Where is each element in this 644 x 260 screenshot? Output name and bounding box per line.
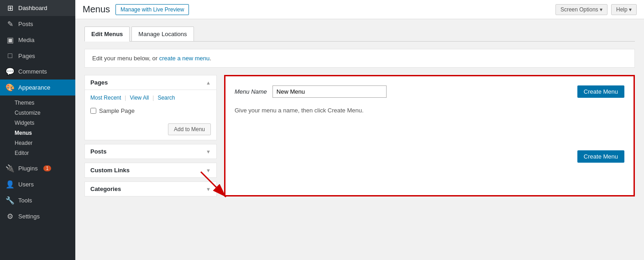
sidebar-item-label: Tools (18, 197, 32, 204)
sidebar: ⊞ Dashboard ✎ Posts ▣ Media □ Pages 💬 Co… (0, 0, 75, 260)
tools-icon: 🔧 (5, 196, 15, 205)
sidebar-item-label: Pages (18, 53, 35, 59)
page-label-sample: Sample Page (99, 107, 135, 114)
categories-title: Categories (90, 186, 121, 192)
menu-name-row: Menu Name Create Menu (235, 85, 624, 98)
sidebar-sub-customize[interactable]: Customize (15, 108, 75, 118)
sidebar-item-plugins[interactable]: 🔌 Plugins 1 (0, 160, 75, 176)
posts-accordion-header[interactable]: Posts ▼ (85, 144, 216, 159)
info-text-before: Edit your menu below, or (92, 55, 157, 62)
posts-accordion: Posts ▼ (84, 144, 217, 159)
add-to-menu-button[interactable]: Add to Menu (168, 123, 211, 135)
chevron-down-icon: ▼ (206, 168, 211, 173)
dashboard-icon: ⊞ (5, 4, 15, 12)
info-text-after: . (209, 55, 211, 62)
page-item-sample: Sample Page (90, 106, 211, 116)
tab-edit-menus[interactable]: Edit Menus (84, 27, 130, 42)
sidebar-item-label: Posts (18, 21, 33, 27)
pages-tab-view-all[interactable]: View All (130, 95, 149, 101)
categories-accordion-header[interactable]: Categories ▼ (85, 182, 216, 196)
media-icon: ▣ (5, 36, 15, 44)
custom-links-accordion: Custom Links ▼ (84, 163, 217, 178)
sidebar-item-users[interactable]: 👤 Users (0, 176, 75, 192)
topbar-right: Screen Options ▾ Help ▾ (555, 4, 637, 15)
pages-accordion: Pages ▲ Most Recent | View All | Search (84, 75, 217, 140)
custom-links-title: Custom Links (90, 167, 130, 174)
main-panel: Pages ▲ Most Recent | View All | Search (84, 75, 635, 196)
info-bar: Edit your menu below, or create a new me… (84, 49, 635, 68)
appearance-icon: 🎨 (5, 83, 15, 92)
comments-icon: 💬 (5, 67, 15, 76)
page-title: Menus (83, 4, 110, 15)
left-column: Pages ▲ Most Recent | View All | Search (84, 75, 217, 196)
topbar: Menus Manage with Live Preview Screen Op… (75, 0, 644, 19)
posts-accordion-title: Posts (90, 148, 106, 155)
posts-icon: ✎ (5, 20, 15, 28)
settings-icon: ⚙ (5, 212, 15, 221)
sidebar-item-label: Media (18, 37, 34, 43)
sidebar-sub-header[interactable]: Header (15, 138, 75, 148)
sidebar-item-label: Settings (18, 213, 40, 220)
sidebar-item-posts[interactable]: ✎ Posts (0, 16, 75, 32)
content-area: Edit Menus Manage Locations Edit your me… (75, 19, 644, 260)
chevron-down-icon: ▼ (206, 186, 211, 192)
page-checkbox-sample[interactable] (90, 108, 96, 114)
sidebar-sub-themes[interactable]: Themes (15, 98, 75, 108)
sidebar-item-tools[interactable]: 🔧 Tools (0, 192, 75, 208)
sidebar-sub-editor[interactable]: Editor (15, 148, 75, 158)
menu-name-label: Menu Name (235, 88, 267, 95)
sidebar-item-label: Dashboard (18, 5, 47, 11)
chevron-down-icon: ▼ (206, 149, 211, 154)
screen-options-button[interactable]: Screen Options ▾ (555, 4, 607, 15)
live-preview-button[interactable]: Manage with Live Preview (115, 4, 189, 15)
create-menu-button-top[interactable]: Create Menu (577, 85, 624, 98)
sidebar-item-label: Users (18, 181, 34, 188)
appearance-submenu: Themes Customize Widgets Menus Header Ed… (0, 96, 75, 160)
sidebar-item-label: Appearance (18, 84, 50, 91)
chevron-down-icon: ▾ (629, 6, 632, 13)
sidebar-item-appearance[interactable]: 🎨 Appearance (0, 80, 75, 96)
tab-bar: Edit Menus Manage Locations (84, 27, 635, 42)
pages-accordion-body: Most Recent | View All | Search Sample P… (85, 90, 216, 140)
pages-icon: □ (5, 52, 15, 60)
categories-accordion: Categories ▼ (84, 181, 217, 196)
menu-editor-panel: Menu Name Create Menu Give your menu a n… (224, 75, 635, 196)
sidebar-item-media[interactable]: ▣ Media (0, 32, 75, 48)
tab-manage-locations[interactable]: Manage Locations (131, 27, 194, 41)
pages-accordion-title: Pages (90, 79, 108, 86)
chevron-up-icon: ▲ (206, 80, 211, 85)
users-icon: 👤 (5, 180, 15, 189)
menu-name-input[interactable] (272, 85, 387, 98)
pages-filter-tabs: Most Recent | View All | Search (90, 95, 211, 101)
chevron-down-icon: ▾ (600, 6, 602, 13)
custom-links-accordion-header[interactable]: Custom Links ▼ (85, 163, 216, 177)
plugins-icon: 🔌 (5, 164, 15, 173)
sidebar-item-comments[interactable]: 💬 Comments (0, 64, 75, 80)
plugins-badge: 1 (43, 165, 52, 171)
help-button[interactable]: Help ▾ (611, 4, 637, 15)
sidebar-sub-menus[interactable]: Menus (15, 128, 75, 138)
main-area: Menus Manage with Live Preview Screen Op… (75, 0, 644, 260)
sidebar-item-label: Plugins (18, 165, 38, 172)
sidebar-item-settings[interactable]: ⚙ Settings (0, 208, 75, 224)
menu-hint-text: Give your menu a name, then click Create… (235, 107, 624, 114)
sidebar-item-dashboard[interactable]: ⊞ Dashboard (0, 0, 75, 16)
sidebar-sub-widgets[interactable]: Widgets (15, 118, 75, 128)
sidebar-item-pages[interactable]: □ Pages (0, 48, 75, 64)
create-new-menu-link[interactable]: create a new menu (159, 55, 210, 62)
topbar-left: Menus Manage with Live Preview (83, 4, 189, 15)
pages-tab-most-recent[interactable]: Most Recent (90, 95, 121, 101)
pages-accordion-header[interactable]: Pages ▲ (85, 75, 216, 90)
create-menu-button-bottom[interactable]: Create Menu (577, 150, 624, 163)
sidebar-item-label: Comments (18, 68, 47, 75)
pages-tab-search[interactable]: Search (157, 95, 175, 101)
